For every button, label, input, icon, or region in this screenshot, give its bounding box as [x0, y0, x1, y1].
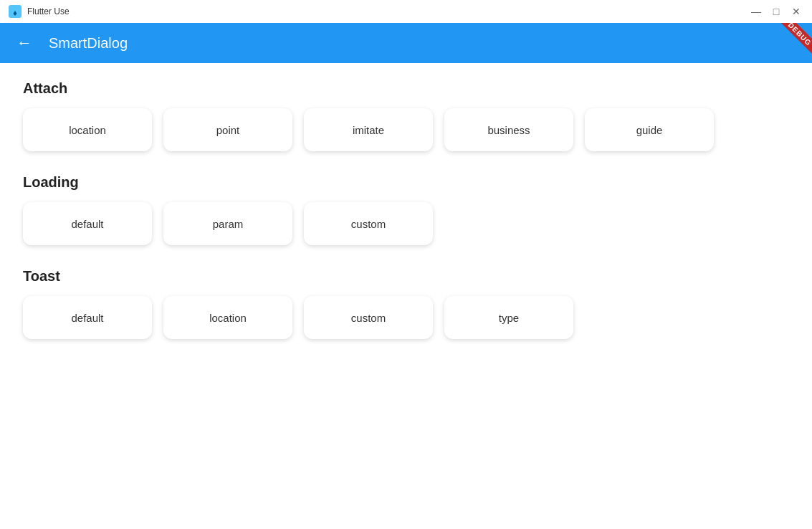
- loading-buttons-grid: default param custom: [23, 202, 789, 245]
- section-attach-title: Attach: [23, 80, 789, 97]
- back-button[interactable]: ←: [11, 30, 37, 56]
- maximize-button[interactable]: □: [769, 4, 783, 19]
- toast-custom-button[interactable]: custom: [304, 296, 433, 339]
- debug-corner: DEBUG: [762, 23, 812, 63]
- main-content: Attach location point imitate business g…: [0, 63, 812, 529]
- flutter-logo-icon: [9, 5, 22, 18]
- loading-param-button[interactable]: param: [163, 202, 292, 245]
- toast-location-button[interactable]: location: [163, 296, 292, 339]
- toast-default-button[interactable]: default: [23, 296, 152, 339]
- title-bar-title: Flutter Use: [27, 6, 70, 16]
- section-toast: Toast default location custom type: [23, 268, 789, 339]
- attach-location-button[interactable]: location: [23, 108, 152, 151]
- attach-business-button[interactable]: business: [444, 108, 573, 151]
- back-icon: ←: [16, 34, 32, 52]
- title-bar: Flutter Use — □ ✕: [0, 0, 812, 23]
- minimize-button[interactable]: —: [749, 4, 763, 19]
- attach-buttons-grid: location point imitate business guide: [23, 108, 789, 151]
- debug-badge: DEBUG: [778, 23, 812, 56]
- loading-custom-button[interactable]: custom: [304, 202, 433, 245]
- attach-guide-button[interactable]: guide: [585, 108, 714, 151]
- close-button[interactable]: ✕: [789, 4, 803, 19]
- section-attach: Attach location point imitate business g…: [23, 80, 789, 151]
- loading-default-button[interactable]: default: [23, 202, 152, 245]
- toast-buttons-grid: default location custom type: [23, 296, 789, 339]
- section-loading: Loading default param custom: [23, 174, 789, 245]
- section-loading-title: Loading: [23, 174, 789, 191]
- app-bar-title: SmartDialog: [49, 35, 128, 52]
- app-bar: ← SmartDialog DEBUG: [0, 23, 812, 63]
- attach-imitate-button[interactable]: imitate: [304, 108, 433, 151]
- section-toast-title: Toast: [23, 268, 789, 285]
- attach-point-button[interactable]: point: [163, 108, 292, 151]
- title-bar-left: Flutter Use: [9, 5, 70, 18]
- toast-type-button[interactable]: type: [444, 296, 573, 339]
- title-bar-controls: — □ ✕: [749, 4, 803, 19]
